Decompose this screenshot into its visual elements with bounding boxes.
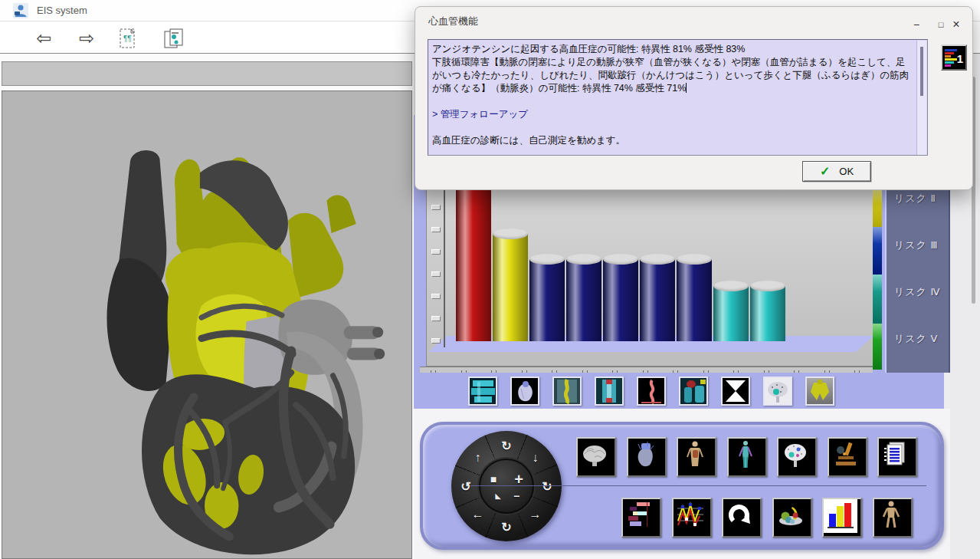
brainmap-icon [778, 439, 812, 472]
reset-view-button[interactable]: ◣ [496, 492, 501, 500]
control-panel: ↻↓↻→↻←↺↑■+◣− [420, 422, 944, 550]
check-icon: ✓ [820, 164, 830, 179]
dialog-minimize-icon[interactable]: − [906, 16, 927, 33]
body-view-button[interactable] [727, 437, 767, 477]
heart-3d-viewport[interactable] [2, 90, 412, 559]
copy-pages-button[interactable] [162, 27, 185, 50]
legend-label-risk-3: リスク Ⅲ [894, 238, 939, 252]
badge-stripe [945, 52, 954, 54]
thumbnail-torso[interactable] [679, 377, 708, 406]
docreport-icon: ¶¶ [119, 28, 137, 49]
pan-left-button[interactable]: ← [472, 508, 484, 521]
rotate-top-button[interactable]: ↻ [501, 439, 511, 453]
dialog-scrollbar[interactable] [916, 41, 926, 156]
thumbnail-pelvis[interactable] [805, 377, 834, 406]
y-axis-tick [431, 338, 441, 344]
bar-cap [640, 254, 675, 265]
forward-button[interactable]: ⇨ [75, 27, 98, 50]
torso-icon [678, 439, 712, 472]
bar-cap [566, 254, 601, 265]
y-axis-tick [431, 227, 441, 232]
badge-stripe [945, 55, 951, 58]
y-axis-tick [431, 294, 441, 299]
badge-stripe [945, 64, 951, 67]
thumbnail-brain[interactable] [763, 377, 792, 406]
hbar-icon [623, 499, 657, 533]
heart-view-button[interactable] [627, 437, 667, 477]
thumbnail-heart[interactable] [510, 377, 539, 406]
chart-bar-3 [529, 259, 565, 341]
undo-icon [723, 499, 757, 533]
chart-bar-2 [493, 234, 528, 341]
followup-body: 高血圧症の診断には、自己測定を勧めます。 [432, 134, 912, 147]
chart-bar-5 [603, 259, 638, 341]
eis-system-screen: EIS system × ⇦⇨¶¶ [0, 0, 980, 559]
legend-label-risk-5: リスク Ⅴ [894, 332, 938, 346]
brain-view-button[interactable] [576, 437, 616, 477]
brain-map-view-button[interactable] [777, 437, 817, 477]
legend-label-risk-4: リスク Ⅳ [894, 285, 941, 299]
risk-color-segment [873, 190, 882, 227]
microscope-view-button[interactable] [828, 437, 867, 477]
chart-bar-1 [456, 182, 491, 341]
app-person-icon [12, 2, 29, 19]
badge-stripe [945, 49, 957, 51]
dialog-scrollbar-thumb[interactable] [920, 47, 923, 96]
tilt-down-button[interactable]: ↓ [532, 451, 538, 465]
thumbnail-spine-teal[interactable] [468, 377, 497, 406]
bar-cap [603, 254, 638, 265]
badge-stripe [945, 58, 957, 61]
thumbnail-hourglass[interactable] [721, 377, 750, 406]
body-icon [729, 439, 762, 472]
risk-color-segment [873, 227, 882, 275]
pan-right-button[interactable]: → [529, 508, 541, 521]
torso-view-button[interactable] [677, 437, 716, 477]
chart-bar-7 [677, 259, 712, 341]
report-view-button[interactable] [877, 437, 917, 477]
forward-icon: ⇨ [79, 29, 94, 48]
line-chart-button[interactable] [672, 498, 712, 538]
thumbnail-spine-yellow[interactable] [552, 377, 582, 406]
back-icon: ⇦ [36, 29, 51, 48]
badge-stripe [945, 61, 954, 64]
bodymodel-icon [874, 499, 908, 533]
ok-label: OK [839, 166, 854, 177]
microscope-icon [829, 439, 863, 472]
text-caret [686, 83, 687, 93]
zoom-out-button[interactable]: − [513, 490, 519, 502]
dial-inner-circle [479, 459, 534, 514]
risk-bar-chart [426, 178, 873, 367]
rotate-bottom-button[interactable]: ↻ [501, 520, 511, 534]
thumbnail-strip [414, 373, 944, 409]
tilt-up-button[interactable]: ↑ [475, 451, 481, 465]
followup-header: > 管理フォローアップ [432, 108, 912, 121]
dialog-title: 心血管機能 [428, 15, 478, 28]
chart-bar-4 [566, 259, 601, 341]
left-subtoolbar [2, 61, 412, 86]
rotate-left-button[interactable]: ↺ [461, 479, 470, 494]
undo-button[interactable] [722, 498, 762, 538]
report-page-button[interactable]: ¶¶ [116, 27, 139, 50]
rotate-right-button[interactable]: ↻ [542, 479, 552, 494]
h-bar-chart-button[interactable] [621, 498, 661, 538]
layer-1-badge[interactable]: 1 [941, 44, 967, 71]
stop-button[interactable]: ■ [490, 473, 497, 485]
doccopy-icon [163, 28, 185, 49]
thumbnail-spine-red[interactable] [595, 377, 624, 406]
view-control-dial[interactable]: ↻↓↻→↻←↺↑■+◣− [451, 431, 562, 541]
chart-bar-9 [750, 286, 785, 341]
thumbnail-artery[interactable] [637, 377, 666, 406]
dialog-close-icon[interactable]: × [946, 16, 967, 33]
chart-bar-8 [713, 286, 749, 341]
bar-cap [750, 281, 785, 291]
diagnosis-text-area[interactable]: アンジオテンシンに起因する高血圧症の可能性: 特異性 81% 感受性 83% 下… [428, 39, 928, 156]
report-icon [879, 439, 913, 472]
ok-button[interactable]: ✓ OK [802, 161, 871, 182]
nutrition-button[interactable] [772, 498, 812, 538]
y-axis-tick [431, 271, 441, 277]
back-button[interactable]: ⇦ [32, 27, 55, 50]
body-model-button[interactable] [873, 498, 913, 538]
risk-color-segment [873, 275, 882, 324]
bar-chart-button[interactable] [822, 498, 862, 538]
bar-cap [493, 229, 528, 239]
